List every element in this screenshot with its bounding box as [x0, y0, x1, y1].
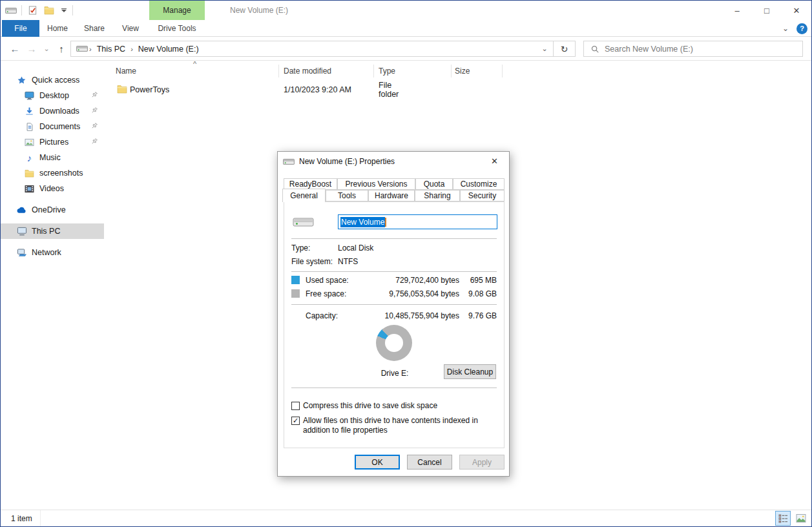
breadcrumb-this-pc[interactable]: This PC: [93, 45, 129, 54]
sidebar-item-videos[interactable]: Videos: [1, 181, 104, 196]
index-checkbox[interactable]: ✓: [291, 417, 300, 425]
desktop-icon: [24, 90, 35, 101]
tab-previous-versions[interactable]: Previous Versions: [337, 178, 415, 190]
disk-cleanup-button[interactable]: Disk Cleanup: [444, 364, 496, 379]
qat-separator: [72, 5, 73, 16]
used-space-swatch: [291, 276, 300, 284]
dialog-title-bar: New Volume (E:) Properties ✕: [278, 152, 509, 171]
tab-share[interactable]: Share: [76, 20, 113, 37]
properties-qat-icon[interactable]: [26, 4, 39, 17]
sidebar-item-label: Downloads: [39, 107, 79, 116]
details-view-icon[interactable]: [775, 511, 791, 526]
contextual-tab-header[interactable]: Manage: [149, 1, 205, 20]
help-icon[interactable]: ?: [796, 23, 807, 34]
selected-text: New Volume: [340, 217, 385, 227]
sidebar-item-music[interactable]: ♪ Music: [1, 150, 104, 165]
documents-icon: [24, 121, 35, 132]
sidebar-item-label: Documents: [39, 122, 80, 131]
sidebar-item-label: OneDrive: [32, 205, 66, 214]
drive-icon: [76, 45, 88, 52]
folder-icon: [24, 168, 35, 179]
tab-hardware[interactable]: Hardware: [368, 190, 415, 202]
sidebar-item-screenshots[interactable]: screenshots: [1, 165, 104, 181]
address-bar[interactable]: › This PC › New Volume (E:) ⌄: [70, 41, 554, 57]
file-type: File folder: [379, 81, 401, 99]
forward-icon[interactable]: →: [24, 37, 39, 61]
tab-general[interactable]: General: [282, 189, 326, 202]
column-header-name[interactable]: Name: [116, 67, 136, 76]
column-header-size[interactable]: Size: [455, 67, 470, 76]
search-input[interactable]: Search New Volume (E:): [583, 41, 803, 57]
quick-access-toolbar: [5, 1, 73, 20]
compress-checkbox-label: Compress this drive to save disk space: [303, 401, 437, 411]
index-checkbox-row[interactable]: ✓ Allow files on this drive to have cont…: [291, 416, 499, 435]
compress-checkbox-row[interactable]: Compress this drive to save disk space: [291, 401, 499, 411]
sidebar-item-onedrive[interactable]: OneDrive: [1, 202, 104, 218]
navigation-pane: Quick access Desktop Downloads Documents…: [1, 61, 104, 510]
tab-file[interactable]: File: [2, 20, 39, 37]
tab-quota[interactable]: Quota: [415, 178, 453, 190]
used-space-bytes: 729,702,400 bytes: [395, 276, 459, 285]
refresh-icon[interactable]: ↻: [554, 41, 576, 57]
tab-drive-tools[interactable]: Drive Tools: [149, 20, 205, 37]
back-icon[interactable]: ←: [7, 37, 23, 61]
history-dropdown-icon[interactable]: ⌄: [41, 37, 52, 61]
tab-sharing[interactable]: Sharing: [415, 190, 460, 202]
free-space-size: 9.08 GB: [468, 289, 497, 298]
properties-dialog: New Volume (E:) Properties ✕ ReadyBoost …: [277, 151, 510, 477]
file-row-powertoys[interactable]: PowerToys 1/10/2023 9:20 AM File folder: [104, 83, 401, 97]
sidebar-item-label: Desktop: [39, 91, 69, 100]
dialog-close-icon[interactable]: ✕: [480, 152, 509, 170]
capacity-size: 9.76 GB: [468, 311, 497, 320]
tab-customize[interactable]: Customize: [453, 178, 505, 190]
filesystem-label: File system:: [291, 257, 333, 266]
folder-icon: [117, 85, 127, 94]
pictures-icon: [24, 137, 35, 148]
search-placeholder: Search New Volume (E:): [605, 45, 693, 54]
music-icon: ♪: [24, 152, 35, 163]
sidebar-item-quick-access[interactable]: Quick access: [1, 72, 104, 88]
sidebar-item-downloads[interactable]: Downloads: [1, 103, 104, 119]
close-button[interactable]: ✕: [782, 1, 811, 20]
pin-icon: [90, 107, 99, 115]
volume-label-input[interactable]: New Volume: [338, 214, 497, 229]
sidebar-item-pictures[interactable]: Pictures: [1, 134, 104, 150]
maximize-button[interactable]: □: [752, 1, 782, 20]
thumbnails-view-icon[interactable]: [793, 511, 809, 526]
address-dropdown-icon[interactable]: ⌄: [536, 41, 553, 56]
onedrive-cloud-icon: [16, 205, 27, 216]
drive-icon: [283, 158, 295, 165]
capacity-donut: [376, 325, 412, 361]
free-space-label: Free space:: [306, 289, 346, 298]
apply-button[interactable]: Apply: [459, 455, 505, 470]
ribbon-collapse-icon[interactable]: ⌄: [782, 24, 789, 33]
pin-icon: [90, 138, 99, 146]
tab-view[interactable]: View: [113, 20, 148, 37]
index-checkbox-label: Allow files on this drive to have conten…: [303, 416, 499, 435]
up-icon[interactable]: ↑: [54, 37, 69, 61]
compress-checkbox[interactable]: [291, 402, 300, 410]
sidebar-item-label: Videos: [39, 184, 64, 193]
capacity-label: Capacity:: [306, 311, 338, 320]
new-folder-qat-icon[interactable]: [43, 4, 56, 17]
qat-separator: [21, 5, 22, 16]
sidebar-item-this-pc[interactable]: This PC: [1, 223, 104, 239]
cancel-button[interactable]: Cancel: [407, 455, 452, 470]
tab-tools[interactable]: Tools: [326, 190, 368, 202]
column-header-date-modified[interactable]: Date modified: [284, 67, 331, 76]
qat-customize-dropdown-icon[interactable]: [59, 4, 68, 17]
breadcrumb-new-volume[interactable]: New Volume (E:): [134, 45, 203, 54]
used-space-size: 695 MB: [470, 276, 497, 285]
column-header-type[interactable]: Type: [379, 67, 395, 76]
filesystem-value: NTFS: [338, 257, 358, 266]
type-label: Type:: [291, 243, 310, 253]
sidebar-item-network[interactable]: Network: [1, 245, 104, 260]
free-space-bytes: 9,756,053,504 bytes: [389, 289, 459, 298]
sidebar-item-documents[interactable]: Documents: [1, 119, 104, 134]
ok-button[interactable]: OK: [355, 455, 400, 470]
sidebar-item-desktop[interactable]: Desktop: [1, 88, 104, 103]
tab-home[interactable]: Home: [39, 20, 76, 37]
tab-security[interactable]: Security: [460, 190, 505, 202]
this-pc-icon: [16, 226, 27, 237]
minimize-button[interactable]: –: [722, 1, 752, 20]
